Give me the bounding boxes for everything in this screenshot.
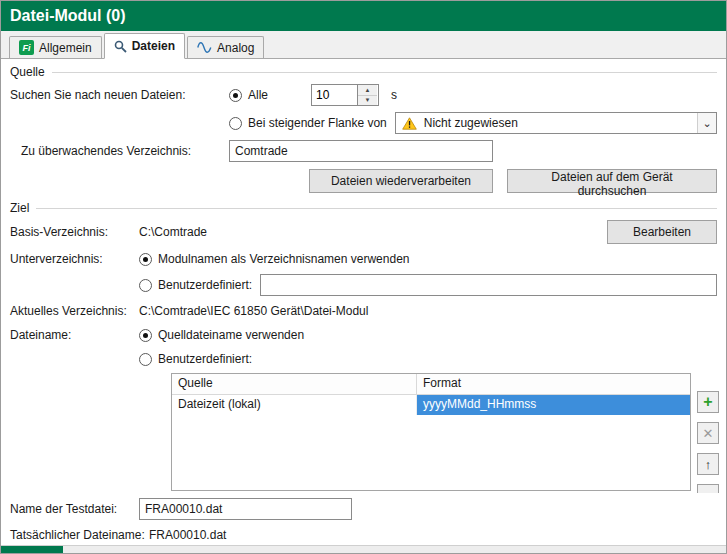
radio-custom-filename[interactable]: Benutzerdefiniert: — [139, 352, 252, 366]
watch-dir-input[interactable] — [229, 140, 493, 162]
interval-spinner: ▲ ▼ — [311, 84, 379, 106]
dateien-tab-content: Quelle Suchen Sie nach neuen Dateien: Al… — [1, 59, 726, 545]
panel-title: Datei-Modul (0) — [10, 7, 126, 25]
column-header-format[interactable]: Format — [417, 374, 690, 394]
radio-module-name-label: Modulnamen als Verzeichnisnamen verwende… — [158, 252, 409, 266]
base-dir-value: C:\Comtrade — [139, 225, 207, 239]
filename-label: Dateiname: — [10, 328, 139, 342]
edit-base-dir-button[interactable]: Bearbeiten — [607, 220, 717, 244]
file-module-panel: Datei-Modul (0) Fi Allgemein Dateien Ana… — [0, 0, 727, 554]
ziel-group-header: Ziel — [1, 197, 726, 217]
radio-alle[interactable]: Alle — [229, 88, 311, 102]
move-up-button[interactable]: ↑ — [697, 453, 719, 475]
spinner-down-button[interactable]: ▼ — [358, 95, 377, 106]
search-new-files-label: Suchen Sie nach neuen Dateien: — [10, 88, 229, 102]
radio-source-filename[interactable]: Quelldateiname verwenden — [139, 328, 304, 342]
custom-subdir-row: Benutzerdefiniert: — [1, 271, 726, 299]
fi-icon: Fi — [19, 40, 34, 55]
radio-dot — [139, 329, 152, 342]
cell-format-selected[interactable]: yyyyMMdd_HHmmss — [417, 395, 690, 415]
table-action-buttons: + ✕ ↑ ↓ — [697, 391, 721, 493]
radio-rising-edge[interactable]: Bei steigender Flanke von — [229, 116, 387, 130]
current-dir-label: Aktuelles Verzeichnis: — [10, 304, 139, 318]
move-down-button[interactable]: ↓ — [697, 484, 719, 493]
quelle-buttons-row: Dateien wiederverarbeiten Dateien auf de… — [1, 165, 726, 197]
group-divider — [36, 208, 717, 209]
test-filename-row: Name der Testdatei: — [1, 495, 726, 523]
custom-filename-row: Benutzerdefiniert: — [1, 347, 726, 371]
warning-icon — [402, 117, 417, 130]
test-filename-label: Name der Testdatei: — [10, 502, 139, 516]
radio-dot — [139, 353, 152, 366]
test-filename-input[interactable] — [139, 498, 352, 520]
radio-custom-subdir-label: Benutzerdefiniert: — [158, 278, 252, 292]
actual-filename-row: Tatsächlicher Dateiname: FRA00010.dat — [1, 523, 726, 545]
tab-dateien-label: Dateien — [132, 39, 175, 53]
tab-analog-label: Analog — [217, 41, 254, 55]
interval-unit-label: s — [391, 88, 397, 102]
radio-dot — [139, 279, 152, 292]
spinner-arrows: ▲ ▼ — [357, 85, 377, 105]
reprocess-files-button[interactable]: Dateien wiederverarbeiten — [309, 169, 493, 193]
radio-custom-subdir[interactable]: Benutzerdefiniert: — [139, 278, 252, 292]
column-header-quelle[interactable]: Quelle — [172, 374, 417, 394]
current-dir-row: Aktuelles Verzeichnis: C:\Comtrade\IEC 6… — [1, 299, 726, 323]
quelle-group-header: Quelle — [1, 61, 726, 81]
radio-source-filename-label: Quelldateiname verwenden — [158, 328, 304, 342]
subdir-row: Unterverzeichnis: Modulnamen als Verzeic… — [1, 247, 726, 271]
current-dir-value: C:\Comtrade\IEC 61850 Gerät\Datei-Modul — [139, 304, 368, 318]
actual-filename-label: Tatsächlicher Dateiname: — [10, 528, 149, 542]
subdir-label: Unterverzeichnis: — [10, 252, 139, 266]
actual-filename-value: FRA00010.dat — [149, 528, 226, 542]
chevron-down-icon[interactable]: ⌄ — [697, 113, 716, 133]
filename-row: Dateiname: Quelldateiname verwenden — [1, 323, 726, 347]
next-section-header-partial — [1, 546, 63, 554]
watch-dir-label: Zu überwachendes Verzeichnis: — [10, 144, 229, 158]
rising-edge-value: Nicht zugewiesen — [422, 116, 697, 130]
search-new-files-row: Suchen Sie nach neuen Dateien: Alle ▲ ▼ … — [1, 81, 726, 109]
radio-dot — [139, 253, 152, 266]
ziel-group-label: Ziel — [10, 201, 29, 215]
radio-alle-label: Alle — [248, 88, 268, 102]
tab-analog[interactable]: Analog — [187, 36, 264, 58]
waveform-icon — [197, 42, 212, 53]
base-dir-label: Basis-Verzeichnis: — [10, 225, 139, 239]
cell-source[interactable]: Dateizeit (lokal) — [172, 395, 417, 415]
interval-input[interactable] — [312, 85, 357, 105]
radio-rising-edge-label: Bei steigender Flanke von — [248, 116, 387, 130]
rising-edge-row: Bei steigender Flanke von Nicht zugewies… — [1, 109, 726, 137]
group-divider — [52, 72, 717, 73]
panel-footer — [1, 545, 726, 553]
table-header: Quelle Format — [172, 374, 690, 395]
tab-dateien[interactable]: Dateien — [104, 33, 185, 59]
tab-bar: Fi Allgemein Dateien Analog — [1, 31, 726, 59]
delete-row-button[interactable]: ✕ — [697, 422, 719, 444]
radio-module-name[interactable]: Modulnamen als Verzeichnisnamen verwende… — [139, 252, 409, 266]
quelle-group-label: Quelle — [10, 65, 45, 79]
format-table-row: Quelle Format Dateizeit (lokal) yyyyMMdd… — [1, 371, 726, 495]
watch-dir-row: Zu überwachendes Verzeichnis: — [1, 137, 726, 165]
spinner-up-button[interactable]: ▲ — [358, 85, 377, 95]
panel-header: Datei-Modul (0) — [1, 1, 726, 31]
radio-custom-filename-label: Benutzerdefiniert: — [158, 352, 252, 366]
table-row[interactable]: Dateizeit (lokal) yyyyMMdd_HHmmss — [172, 395, 690, 415]
custom-subdir-input[interactable] — [260, 274, 717, 296]
filename-format-table[interactable]: Quelle Format Dateizeit (lokal) yyyyMMdd… — [171, 373, 691, 491]
tab-allgemein-label: Allgemein — [39, 41, 92, 55]
browse-device-files-button[interactable]: Dateien auf dem Gerät durchsuchen — [507, 169, 717, 193]
base-dir-row: Basis-Verzeichnis: C:\Comtrade Bearbeite… — [1, 217, 726, 247]
add-row-button[interactable]: + — [697, 391, 719, 413]
radio-dot — [229, 117, 242, 130]
tab-allgemein[interactable]: Fi Allgemein — [9, 36, 102, 58]
search-icon — [114, 40, 127, 53]
rising-edge-combobox[interactable]: Nicht zugewiesen ⌄ — [395, 112, 717, 134]
radio-dot — [229, 89, 242, 102]
